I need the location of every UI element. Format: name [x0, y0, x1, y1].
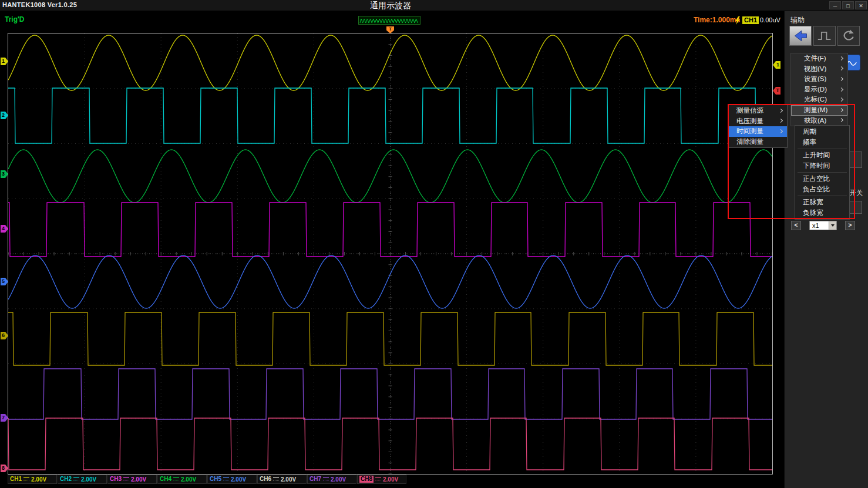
volts-per-div: 2.00V: [31, 476, 46, 483]
pulse-icon: [815, 28, 834, 43]
channel-status-ch3[interactable]: CH32.00V: [107, 474, 157, 484]
prev-button[interactable]: <: [791, 221, 801, 230]
volts-per-div: 2.00V: [331, 476, 346, 483]
menu-item-measure-source[interactable]: 测量信源: [729, 106, 787, 116]
sidebar-item-settings[interactable]: 设置(S): [791, 74, 847, 85]
app-title: HANTEK1008 Ver1.0.25: [2, 1, 77, 8]
sidebar-item-file[interactable]: 文件(F): [791, 53, 847, 64]
refresh-button[interactable]: [837, 26, 860, 46]
channel-status-ch8[interactable]: CH82.00V: [357, 474, 406, 484]
channel-status-ch4[interactable]: CH42.00V: [157, 474, 207, 484]
panel-title: 辅助: [790, 15, 805, 25]
sidebar-item-display[interactable]: 显示(D): [791, 85, 847, 95]
submenu-arrow-icon: [779, 129, 783, 133]
channel-status-ch6[interactable]: CH62.00V: [257, 474, 307, 484]
sidebar-menu: 文件(F) 视图(V) 设置(S) 显示(D) 光标(C) 测量(M) 获取(A…: [790, 53, 848, 126]
submenu-arrow-icon: [779, 119, 783, 123]
dc-coupling-icon: [23, 476, 29, 482]
submenu-item-neg-width[interactable]: 负脉宽: [795, 208, 849, 218]
menu-label: 电压测量: [736, 117, 763, 124]
volts-per-div: 2.00V: [281, 476, 296, 483]
trigger-icon: [735, 16, 741, 25]
menu-label: 光标(C): [804, 96, 827, 103]
menu-item-time-measure[interactable]: 时间测量: [729, 126, 787, 137]
rotate-arrow-icon: [839, 28, 858, 43]
menu-item-clear-measure[interactable]: 清除测量: [729, 137, 787, 147]
waveform-ch1: [8, 35, 772, 90]
channel-label: CH8: [359, 476, 374, 483]
channel-label: CH1: [10, 476, 22, 483]
submenu-item-pos-width[interactable]: 正脉宽: [795, 197, 849, 208]
menu-label: 视图(V): [804, 65, 826, 72]
back-button[interactable]: [789, 26, 812, 46]
waveform-ch5: [8, 255, 772, 308]
dc-coupling-icon: [273, 476, 279, 482]
next-button[interactable]: >: [845, 221, 855, 230]
menu-separator: [798, 149, 847, 149]
window-title: 通用示波器: [0, 0, 781, 11]
menu-label: 测量信源: [736, 107, 763, 114]
channel-label: CH5: [210, 476, 221, 483]
submenu-arrow-icon: [839, 108, 843, 112]
sidebar-item-cursor[interactable]: 光标(C): [791, 95, 847, 105]
menu-label: 文件(F): [804, 55, 826, 62]
timebase-label: Time:1.000ms: [694, 16, 740, 24]
scope-graticule: [8, 33, 772, 474]
dc-coupling-icon: [375, 476, 381, 482]
submenu-item-neg-duty[interactable]: 负占空比: [795, 184, 849, 195]
channel-status-ch1[interactable]: CH12.00V: [8, 474, 57, 484]
menu-separator: [798, 196, 847, 196]
zoom-select[interactable]: x1: [809, 221, 837, 230]
channel-status-ch2[interactable]: CH22.00V: [58, 474, 107, 484]
sidebar-item-acquire[interactable]: 获取(A): [791, 116, 847, 126]
volts-per-div: 2.00V: [383, 476, 398, 483]
menu-label: 清除测量: [736, 138, 763, 145]
dc-coupling-icon: [123, 476, 129, 482]
preview-waveform-icon: [359, 17, 420, 25]
dropdown-arrow-icon: [831, 224, 835, 227]
submenu-item-rise-time[interactable]: 上升时间: [795, 150, 849, 161]
volts-per-div: 2.00V: [231, 476, 246, 483]
volts-per-div: 2.00V: [81, 476, 96, 483]
submenu-arrow-icon: [839, 118, 843, 122]
right-channel-marker-T[interactable]: T: [773, 87, 780, 95]
menu-label: 获取(A): [804, 117, 826, 124]
sidebar-item-measure[interactable]: 测量(M): [791, 105, 847, 116]
submenu-arrow-icon: [839, 77, 843, 81]
measure-context-menu: 测量信源 电压测量 时间测量 清除测量: [728, 105, 788, 148]
channel-label: CH3: [110, 476, 122, 483]
record-preview[interactable]: [358, 16, 420, 25]
channel-status-ch7[interactable]: CH72.00V: [307, 474, 356, 484]
window-controls: ─ □ ✕: [829, 0, 867, 11]
volts-per-div: 2.00V: [131, 476, 146, 483]
sidebar-item-view[interactable]: 视图(V): [791, 64, 847, 75]
maximize-button[interactable]: □: [842, 1, 854, 9]
submenu-arrow-icon: [839, 87, 843, 92]
submenu-arrow-icon: [839, 56, 843, 60]
close-button[interactable]: ✕: [855, 1, 867, 9]
minimize-button[interactable]: ─: [829, 1, 841, 9]
channel-bar: CH12.00VCH22.00VCH32.00VCH42.00VCH52.00V…: [8, 474, 407, 484]
submenu-item-frequency[interactable]: 频率: [795, 137, 849, 148]
submenu-item-period[interactable]: 周期: [795, 127, 849, 137]
titlebar: 通用示波器 HANTEK1008 Ver1.0.25 ─ □ ✕: [0, 0, 868, 11]
single-capture-button[interactable]: [813, 26, 836, 46]
dc-coupling-icon: [323, 476, 329, 482]
time-measure-submenu: 周期 频率 上升时间 下降时间 正占空比 负占空比 正脉宽 负脉宽: [795, 125, 850, 220]
right-channel-marker-1[interactable]: 1: [773, 61, 780, 69]
channel-label: CH4: [160, 476, 171, 483]
menu-separator: [798, 172, 847, 173]
channel-label: CH6: [260, 476, 271, 483]
dropdown-button[interactable]: [829, 221, 836, 230]
submenu-item-fall-time[interactable]: 下降时间: [795, 161, 849, 171]
dc-coupling-icon: [223, 476, 229, 482]
channel-label: CH2: [60, 476, 72, 483]
scope-display[interactable]: [8, 33, 773, 474]
trigger-level-value: 0.00uV: [760, 16, 780, 24]
menu-item-voltage-measure[interactable]: 电压测量: [729, 116, 787, 127]
submenu-arrow-icon: [779, 109, 783, 113]
channel-status-ch5[interactable]: CH52.00V: [207, 474, 257, 484]
submenu-arrow-icon: [839, 97, 843, 102]
submenu-item-pos-duty[interactable]: 正占空比: [795, 174, 849, 184]
dc-coupling-icon: [73, 476, 79, 482]
